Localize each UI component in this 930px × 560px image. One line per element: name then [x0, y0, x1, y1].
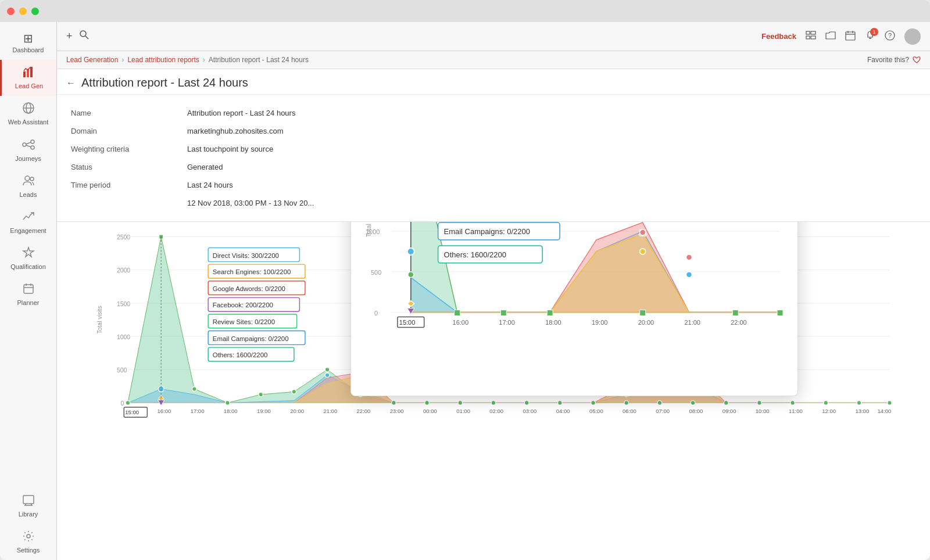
svg-text:Total visits: Total visits [365, 222, 372, 237]
favorite-button[interactable]: Favorite this? [867, 56, 921, 64]
sidebar-item-journeys[interactable]: Journeys [0, 132, 56, 168]
svg-point-23 [80, 31, 86, 37]
report-row-name: Name Attribution report - Last 24 hours [71, 104, 916, 122]
svg-text:18:00: 18:00 [224, 408, 238, 414]
report-row-status: Status Generated [71, 158, 916, 176]
feedback-button[interactable]: Feedback [761, 32, 796, 41]
svg-text:Review Sites: 0/2200: Review Sites: 0/2200 [213, 318, 275, 325]
svg-point-64 [491, 401, 496, 405]
svg-point-7 [31, 140, 34, 143]
sidebar-label-qualification: Qualification [10, 263, 46, 271]
svg-text:Direct Visits: 300/2200: Direct Visits: 300/2200 [213, 252, 279, 259]
svg-rect-27 [806, 36, 810, 39]
modal-chart-inner: 2500 2000 1500 1000 500 0 Total visits [363, 222, 786, 374]
svg-text:Facebook: 200/2200: Facebook: 200/2200 [213, 302, 273, 309]
sidebar-label-web-assistant: Web Assistant [8, 119, 49, 126]
svg-text:09:00: 09:00 [722, 408, 736, 414]
sidebar-item-settings[interactable]: Settings [0, 524, 56, 560]
report-value-domain: marketinghub.zohosites.com [187, 122, 916, 140]
breadcrumb-lead-attribution[interactable]: Lead attribution reports [127, 56, 199, 64]
report-label-weighting: Weighting criteria [71, 140, 187, 158]
back-button[interactable]: ← [66, 78, 76, 88]
svg-rect-0 [23, 71, 26, 77]
svg-point-150 [640, 229, 646, 235]
svg-text:22:00: 22:00 [357, 408, 371, 414]
app-window: ⊞ Dashboard Lead Gen Web Assistant Jour [0, 0, 930, 560]
main-content: + Feedback [57, 22, 930, 560]
svg-text:01:00: 01:00 [456, 408, 470, 414]
svg-text:17:00: 17:00 [191, 408, 205, 414]
svg-text:Others: 1600/2200: Others: 1600/2200 [213, 351, 268, 358]
planner-icon [22, 282, 35, 297]
sidebar-item-planner[interactable]: Planner [0, 277, 56, 313]
svg-text:Google Adwords: 0/2200: Google Adwords: 0/2200 [213, 285, 285, 292]
svg-text:2000: 2000 [117, 267, 130, 274]
add-icon[interactable]: + [66, 30, 73, 42]
traffic-lights [7, 8, 39, 15]
sidebar-label-library: Library [19, 511, 38, 518]
svg-text:1500: 1500 [117, 301, 130, 307]
svg-text:15:00: 15:00 [399, 319, 415, 326]
report-row-weighting: Weighting criteria Last touchpoint by so… [71, 140, 916, 158]
sidebar-item-qualification[interactable]: Qualification [0, 240, 56, 277]
svg-point-11 [25, 176, 30, 181]
svg-text:500: 500 [371, 269, 381, 276]
svg-rect-18 [23, 496, 34, 504]
svg-rect-29 [846, 32, 855, 40]
svg-point-69 [657, 401, 662, 405]
svg-text:00:00: 00:00 [423, 408, 437, 414]
svg-rect-162 [640, 310, 646, 316]
minimize-button[interactable] [19, 8, 27, 15]
sidebar-item-library[interactable]: Library [0, 488, 56, 524]
folder-icon[interactable] [825, 30, 836, 43]
svg-point-145 [408, 272, 414, 278]
svg-text:0: 0 [121, 400, 124, 407]
breadcrumb-lead-generation[interactable]: Lead Generation [66, 56, 118, 64]
svg-text:Total visits: Total visits [96, 306, 103, 333]
svg-point-73 [791, 401, 795, 405]
sidebar-item-engagement[interactable]: Engagement [0, 204, 56, 240]
sidebar-item-web-assistant[interactable]: Web Assistant [0, 96, 56, 132]
sidebar-item-lead-gen[interactable]: Lead Gen [0, 60, 56, 96]
calendar-icon[interactable] [845, 30, 856, 43]
svg-rect-26 [811, 31, 815, 34]
qualification-icon [22, 246, 35, 261]
close-button[interactable] [7, 8, 15, 15]
notification-bell[interactable]: 1 [865, 30, 875, 42]
svg-text:02:00: 02:00 [489, 408, 503, 414]
report-label-domain: Domain [71, 122, 187, 140]
leads-icon [22, 174, 35, 189]
maximize-button[interactable] [31, 8, 39, 15]
svg-text:11:00: 11:00 [789, 408, 803, 414]
svg-rect-14 [24, 285, 33, 293]
svg-point-70 [691, 401, 695, 405]
svg-point-78 [325, 373, 330, 378]
svg-rect-164 [777, 310, 783, 316]
dashboard-icon: ⊞ [23, 33, 33, 44]
report-value-time: Last 24 hours [187, 176, 916, 194]
notification-count: 1 [870, 28, 878, 36]
svg-rect-1 [27, 69, 29, 77]
svg-rect-161 [547, 310, 553, 316]
report-label-name: Name [71, 104, 187, 122]
svg-text:06:00: 06:00 [623, 408, 636, 414]
list-icon[interactable] [806, 30, 816, 43]
report-label-status: Status [71, 158, 187, 176]
svg-point-6 [23, 143, 26, 146]
svg-point-74 [824, 401, 828, 405]
settings-icon [22, 530, 35, 544]
svg-text:22:00: 22:00 [731, 319, 746, 326]
sidebar-label-journeys: Journeys [15, 155, 41, 163]
search-icon[interactable] [80, 30, 89, 42]
sidebar-item-dashboard[interactable]: ⊞ Dashboard [0, 27, 56, 60]
user-avatar[interactable] [904, 28, 921, 45]
web-assistant-icon [22, 102, 35, 116]
report-label-range [71, 194, 187, 212]
report-value-name: Attribution report - Last 24 hours [187, 104, 916, 122]
svg-marker-13 [23, 247, 34, 257]
svg-point-55 [192, 387, 197, 392]
svg-line-10 [26, 145, 31, 147]
top-bar-right: Feedback 1 ? [761, 28, 921, 45]
help-icon[interactable]: ? [885, 30, 895, 43]
sidebar-item-leads[interactable]: Leads [0, 168, 56, 204]
